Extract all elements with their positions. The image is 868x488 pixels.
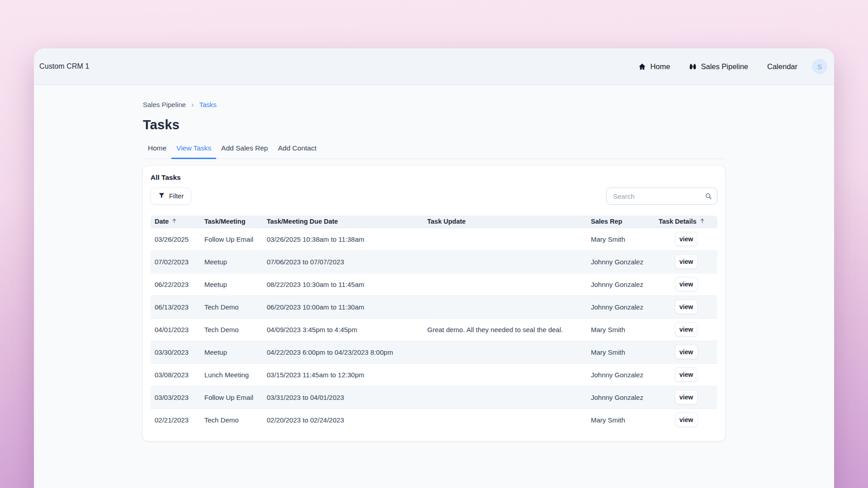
tasks-table: Date Task/Meeting Task/Meeting Due Date … <box>151 216 717 431</box>
tab-view-tasks[interactable]: View Tasks <box>171 144 216 159</box>
task-update <box>427 296 591 318</box>
funnel-icon <box>158 192 165 200</box>
app-window: Custom CRM 1 Home <box>34 48 834 488</box>
tab-add-sales-rep[interactable]: Add Sales Rep <box>216 144 273 159</box>
user-avatar[interactable]: S <box>812 59 827 74</box>
task-date: 06/22/2023 <box>151 273 204 296</box>
task-due-date: 03/15/2023 11:45am to 12:30pm <box>267 363 427 386</box>
view-task-button[interactable]: view <box>675 390 698 404</box>
tab-home[interactable]: Home <box>143 144 171 159</box>
task-date: 06/13/2023 <box>151 296 204 318</box>
task-sales-rep: Johnny Gonzalez <box>591 296 659 318</box>
view-task-button[interactable]: view <box>675 367 698 382</box>
task-date: 02/21/2023 <box>151 408 204 431</box>
top-navbar: Custom CRM 1 Home <box>34 48 834 85</box>
app-brand: Custom CRM 1 <box>39 62 90 70</box>
task-update <box>427 386 591 408</box>
nav-calendar-label: Calendar <box>767 62 797 71</box>
task-update <box>427 363 591 386</box>
task-due-date: 02/20/2023 to 02/24/2023 <box>267 408 427 431</box>
task-type: Tech Demo <box>204 296 267 318</box>
column-header-due-date[interactable]: Task/Meeting Due Date <box>267 216 427 228</box>
task-update <box>427 228 591 250</box>
tab-bar: Home View Tasks Add Sales Rep Add Contac… <box>143 144 725 159</box>
task-sales-rep: Johnny Gonzalez <box>591 250 659 273</box>
nav-home-label: Home <box>650 62 670 71</box>
breadcrumb: Sales Pipeline › Tasks <box>143 101 834 108</box>
task-type: Follow Up Email <box>204 386 267 408</box>
column-header-task-meeting[interactable]: Task/Meeting <box>204 216 267 228</box>
task-date: 07/02/2023 <box>151 250 204 273</box>
page-content: Sales Pipeline › Tasks Tasks Home View T… <box>34 85 834 441</box>
breadcrumb-sales-pipeline[interactable]: Sales Pipeline <box>143 101 186 108</box>
task-sales-rep: Johnny Gonzalez <box>591 363 659 386</box>
task-sales-rep: Mary Smith <box>591 318 659 341</box>
page-title: Tasks <box>143 117 834 132</box>
view-task-button[interactable]: view <box>675 345 698 359</box>
binoculars-icon <box>689 63 697 70</box>
nav-calendar[interactable]: Calendar <box>767 62 797 71</box>
filter-button-label: Filter <box>169 192 184 200</box>
task-date: 03/26/2025 <box>151 228 204 250</box>
task-date: 04/01/2023 <box>151 318 204 341</box>
view-task-button[interactable]: view <box>675 300 698 314</box>
filter-button[interactable]: Filter <box>151 188 191 205</box>
avatar-initial: S <box>817 63 822 70</box>
task-row: 07/02/2023 Meetup 07/06/2023 to 07/07/20… <box>151 250 717 273</box>
task-due-date: 08/22/2023 10:30am to 11:45am <box>267 273 427 296</box>
task-details-cell: view <box>659 296 717 318</box>
task-row: 06/22/2023 Meetup 08/22/2023 10:30am to … <box>151 273 717 296</box>
task-due-date: 04/09/2023 3:45pm to 4:45pm <box>267 318 427 341</box>
task-due-date: 04/22/2023 6:00pm to 04/23/2023 8:00pm <box>267 341 427 363</box>
task-row: 04/01/2023 Tech Demo 04/09/2023 3:45pm t… <box>151 318 717 341</box>
view-task-button[interactable]: view <box>675 254 698 269</box>
nav-home[interactable]: Home <box>638 62 670 71</box>
tab-add-contact[interactable]: Add Contact <box>273 144 321 159</box>
task-type: Meetup <box>204 250 267 273</box>
column-header-date[interactable]: Date <box>151 216 204 228</box>
task-details-cell: view <box>659 273 717 296</box>
task-type: Lunch Meeting <box>204 363 267 386</box>
nav-sales-pipeline[interactable]: Sales Pipeline <box>689 62 748 71</box>
card-heading: All Tasks <box>151 174 717 182</box>
task-update <box>427 341 591 363</box>
column-header-task-update[interactable]: Task Update <box>427 216 591 228</box>
task-details-cell: view <box>659 318 717 341</box>
task-type: Meetup <box>204 341 267 363</box>
task-type: Tech Demo <box>204 318 267 341</box>
sort-ascending-icon <box>699 218 705 225</box>
view-task-button[interactable]: view <box>675 277 698 291</box>
search-input[interactable] <box>606 188 717 205</box>
nav-sales-pipeline-label: Sales Pipeline <box>701 62 748 71</box>
breadcrumb-tasks[interactable]: Tasks <box>199 101 217 108</box>
task-row: 03/08/2023 Lunch Meeting 03/15/2023 11:4… <box>151 363 717 386</box>
search-icon <box>705 192 712 202</box>
task-update <box>427 408 591 431</box>
task-date: 03/08/2023 <box>151 363 204 386</box>
sort-ascending-icon <box>171 218 177 225</box>
column-header-task-details[interactable]: Task Details <box>659 216 717 228</box>
task-due-date: 07/06/2023 to 07/07/2023 <box>267 250 427 273</box>
table-toolbar: Filter <box>151 188 717 205</box>
task-row: 02/21/2023 Tech Demo 02/20/2023 to 02/24… <box>151 408 717 431</box>
task-details-cell: view <box>659 408 717 431</box>
home-icon <box>638 63 646 70</box>
task-due-date: 03/31/2023 to 04/01/2023 <box>267 386 427 408</box>
chevron-right-icon: › <box>191 101 194 108</box>
task-type: Tech Demo <box>204 408 267 431</box>
task-update <box>427 273 591 296</box>
task-date: 03/30/2023 <box>151 341 204 363</box>
navbar-links: Home Sales Pipeline Calen <box>638 59 827 74</box>
task-details-cell: view <box>659 341 717 363</box>
view-task-button[interactable]: view <box>675 232 698 246</box>
task-row: 06/13/2023 Tech Demo 06/20/2023 10:00am … <box>151 296 717 318</box>
task-sales-rep: Mary Smith <box>591 408 659 431</box>
search-box <box>606 188 717 205</box>
column-header-sales-rep[interactable]: Sales Rep <box>591 216 659 228</box>
task-details-cell: view <box>659 228 717 250</box>
view-task-button[interactable]: view <box>675 413 698 427</box>
task-details-cell: view <box>659 386 717 408</box>
task-details-cell: view <box>659 250 717 273</box>
all-tasks-card: All Tasks Filter <box>143 166 725 441</box>
view-task-button[interactable]: view <box>675 322 698 337</box>
